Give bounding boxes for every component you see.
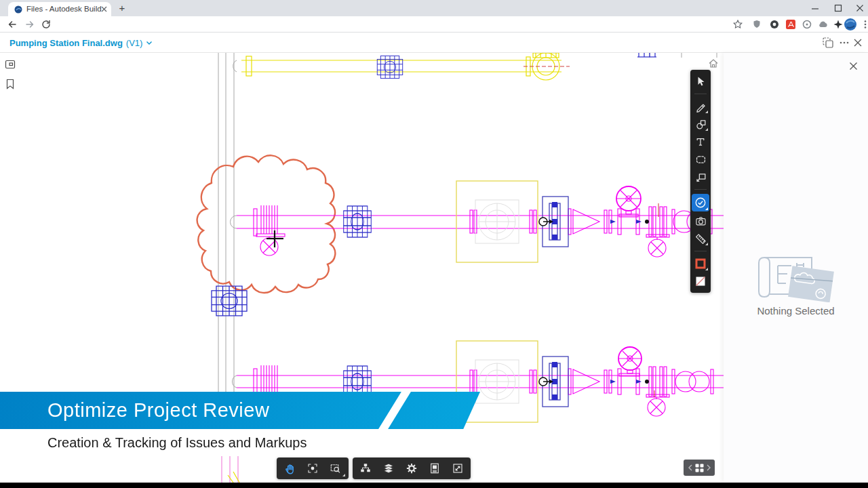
pan-tool-button-active[interactable]: [279, 459, 300, 478]
sheet-properties-icon: [429, 462, 441, 474]
model-tools-toolbar: [353, 458, 471, 479]
home-view-button[interactable]: [708, 58, 719, 68]
dropdown-caret: [705, 268, 708, 270]
cloud-rectangle-icon: [695, 154, 707, 165]
cloud-markup-tool-button[interactable]: [692, 151, 709, 167]
settings-button[interactable]: [401, 459, 422, 478]
layers-button[interactable]: [378, 459, 399, 478]
promo-banner-subtitle-band: Creation & Tracking of Issues and Markup…: [42, 429, 391, 456]
zoom-window-button[interactable]: [325, 459, 347, 478]
pen-icon: [695, 101, 707, 113]
back-button[interactable]: [7, 19, 18, 30]
browser-menu-kebab-icon[interactable]: [860, 19, 868, 30]
close-document-button[interactable]: [852, 37, 864, 49]
more-options-button[interactable]: [838, 37, 850, 49]
stroke-color-swatch[interactable]: [692, 256, 709, 272]
promo-banner-title-band: Optimize Project Review: [0, 392, 480, 429]
dropdown-caret: [342, 474, 345, 476]
forward-button[interactable]: [24, 19, 35, 30]
bookmark-star-icon[interactable]: [732, 19, 743, 30]
extension-shield-icon[interactable]: [751, 19, 762, 30]
views-panel-button[interactable]: [5, 60, 16, 69]
model-tree-icon: [359, 462, 372, 474]
compare-versions-button[interactable]: [822, 37, 834, 49]
tab-favicon-icon: [14, 5, 22, 14]
bookmarks-button[interactable]: [5, 79, 15, 89]
no-fill-swatch-icon: [695, 276, 706, 287]
toolbar-divider: [694, 189, 707, 190]
toolbar-divider: [694, 251, 707, 251]
dropdown-caret: [705, 128, 708, 131]
window-minimize-button[interactable]: [810, 3, 821, 14]
ruler-icon: [695, 233, 707, 245]
profile-avatar[interactable]: [844, 18, 857, 31]
extension-cloud-icon[interactable]: [817, 19, 829, 30]
tab-close-icon[interactable]: [101, 6, 107, 12]
document-header: Pumping Station Final.dwg (V1): [0, 33, 868, 53]
empty-state-illustration: [752, 253, 840, 302]
fit-to-view-button[interactable]: [302, 459, 323, 478]
previous-sheet-button[interactable]: [688, 464, 692, 471]
dropdown-caret: [705, 243, 708, 245]
dropdown-caret: [705, 110, 708, 113]
sheet-grid-button[interactable]: [695, 464, 704, 472]
details-panel: Nothing Selected: [724, 53, 868, 483]
shapes-icon: [695, 119, 707, 130]
empty-state-label: Nothing Selected: [724, 305, 868, 317]
promo-banner-title: Optimize Project Review: [47, 392, 269, 428]
file-name: Pumping Station Final.dwg: [9, 38, 123, 48]
camera-icon: [695, 216, 707, 227]
extension-adobe-acrobat-icon[interactable]: [785, 19, 796, 30]
next-sheet-button[interactable]: [707, 464, 711, 471]
issue-tool-button-active[interactable]: [692, 194, 709, 211]
fit-to-view-icon: [307, 462, 319, 474]
callout-tool-button[interactable]: [692, 169, 709, 185]
model-browser-button[interactable]: [355, 459, 376, 478]
measure-tool-button[interactable]: [692, 230, 709, 247]
markup-toolbar: [690, 70, 711, 293]
zoom-window-icon: [330, 462, 342, 474]
sheet-switcher: [684, 460, 715, 476]
properties-button[interactable]: [424, 459, 446, 478]
view-nav-toolbar: [277, 458, 349, 479]
gear-icon: [406, 462, 418, 474]
fullscreen-button[interactable]: [447, 459, 469, 478]
fill-style-swatch[interactable]: [692, 273, 709, 289]
screen-bottom-bezel: [0, 483, 868, 488]
toolbar-divider: [694, 94, 707, 94]
promo-banner-subtitle: Creation & Tracking of Issues and Markup…: [47, 429, 307, 456]
extension-circle-icon[interactable]: [769, 19, 780, 30]
text-icon: [695, 136, 706, 147]
fullscreen-icon: [452, 462, 464, 474]
new-tab-button[interactable]: +: [117, 3, 127, 14]
browser-tab[interactable]: Files - Autodesk Build: [8, 2, 111, 16]
text-tool-button[interactable]: [692, 134, 709, 150]
window-close-button[interactable]: [854, 3, 865, 14]
hand-pan-icon: [283, 462, 296, 474]
select-tool-button[interactable]: [692, 73, 709, 89]
chevron-down-icon: [146, 41, 153, 45]
reload-button[interactable]: [41, 19, 52, 30]
callout-arrow-icon: [695, 171, 707, 183]
red-square-swatch-icon: [695, 258, 706, 269]
extension-circle-outline-icon[interactable]: [802, 19, 812, 30]
layers-icon: [382, 462, 395, 474]
browser-window: Files - Autodesk Build +: [0, 0, 868, 488]
tab-strip: Files - Autodesk Build +: [0, 0, 868, 16]
file-version-dropdown[interactable]: Pumping Station Final.dwg (V1): [9, 33, 153, 53]
tab-title: Files - Autodesk Build: [26, 5, 102, 13]
photo-tool-button[interactable]: [692, 213, 709, 229]
window-maximize-button[interactable]: [833, 3, 844, 14]
file-version: (V1): [126, 38, 143, 48]
dropdown-caret: [705, 207, 708, 210]
extension-pinwheel-icon[interactable]: [833, 19, 844, 30]
cursor-icon: [694, 75, 707, 87]
shapes-tool-button[interactable]: [692, 116, 709, 132]
draw-tool-button[interactable]: [692, 98, 709, 115]
panel-close-button[interactable]: [848, 61, 859, 71]
browser-toolbar: acc.autodesk.com/build/files/projects/90…: [0, 16, 868, 33]
